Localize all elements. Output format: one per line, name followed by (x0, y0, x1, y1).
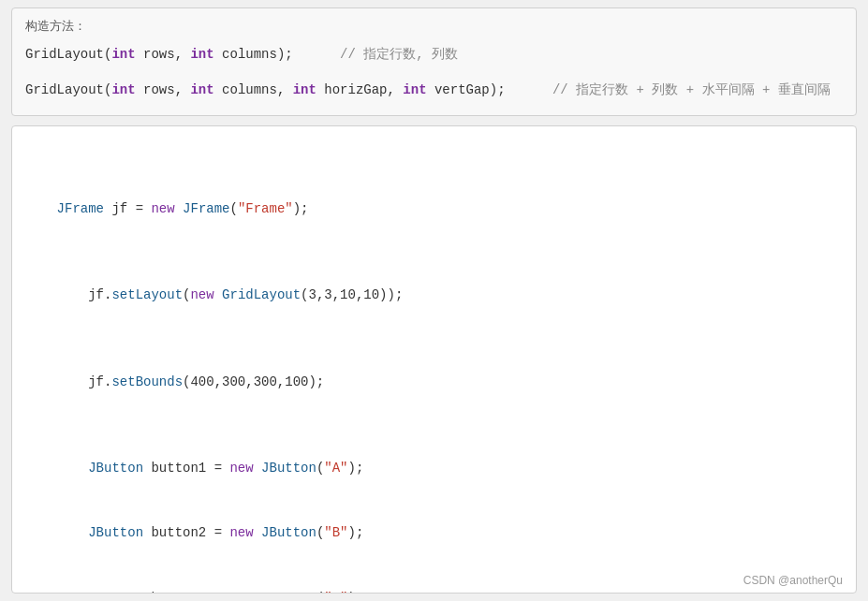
code-line-6: JButton button3 = new JButton("C"); (25, 588, 843, 594)
code-section: JFrame jf = new JFrame("Frame"); jf.setL… (11, 125, 857, 594)
constructor-line-2: GridLayout(int rows, int columns, int ho… (25, 80, 843, 102)
section-label: 构造方法： (25, 18, 843, 35)
code-line-4: JButton button1 = new JButton("A"); (25, 458, 843, 479)
constructor-line-1: GridLayout(int rows, int columns); // 指定… (25, 44, 843, 66)
watermark: CSDN @anotherQu (743, 574, 843, 587)
code-line-5: JButton button2 = new JButton("B"); (25, 522, 843, 544)
code-line-2: jf.setLayout(new GridLayout(3,3,10,10)); (25, 285, 843, 306)
page-wrapper: 构造方法： GridLayout(int rows, int columns);… (0, 0, 868, 601)
code-line-3: jf.setBounds(400,300,300,100); (25, 372, 843, 393)
code-block: JFrame jf = new JFrame("Frame"); jf.setL… (12, 134, 856, 594)
code-line-1: JFrame jf = new JFrame("Frame"); (25, 198, 843, 220)
constructor-section: 构造方法： GridLayout(int rows, int columns);… (11, 7, 857, 116)
